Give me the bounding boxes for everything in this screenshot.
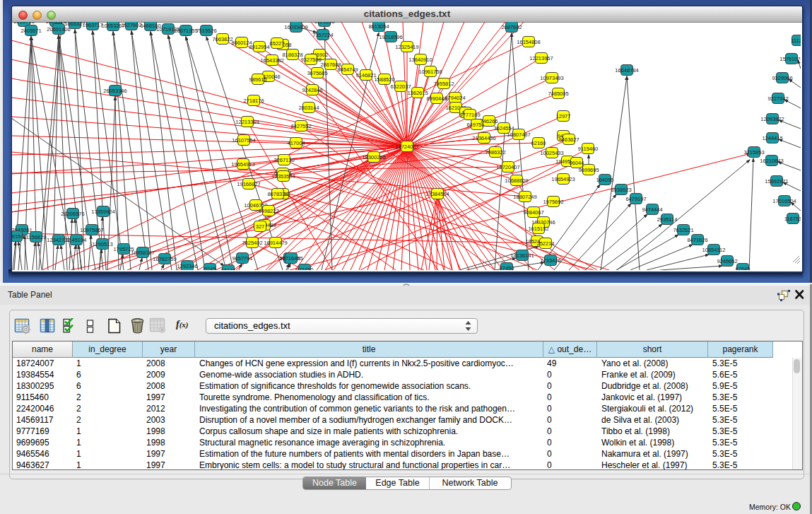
svg-text:2255713: 2255713 [13, 22, 34, 25]
svg-text:16543382: 16543382 [260, 57, 283, 64]
svg-text:96044: 96044 [570, 160, 584, 166]
svg-text:7986322: 7986322 [485, 149, 505, 156]
svg-text:1290513: 1290513 [92, 241, 112, 247]
svg-text:19384554: 19384554 [425, 191, 449, 197]
svg-text:1588520: 1588520 [374, 76, 394, 83]
svg-text:1975692: 1975692 [543, 199, 563, 205]
svg-text:2867608: 2867608 [320, 62, 341, 68]
svg-text:16671355: 16671355 [174, 28, 197, 34]
svg-text:12213967: 12213967 [529, 55, 553, 62]
svg-text:2405571: 2405571 [20, 28, 41, 34]
svg-text:9146821: 9146821 [355, 72, 376, 78]
svg-text:18724007: 18724007 [395, 144, 418, 150]
svg-text:1156829: 1156829 [26, 234, 47, 240]
svg-text:1244415: 1244415 [762, 135, 782, 141]
svg-text:12977: 12977 [556, 113, 571, 119]
svg-text:12325419: 12325419 [395, 44, 418, 50]
svg-text:12093872: 12093872 [760, 116, 784, 122]
svg-text:18300295: 18300295 [362, 154, 385, 160]
svg-text:8938923: 8938923 [611, 187, 631, 193]
svg-text:17359924: 17359924 [91, 209, 114, 215]
svg-text:16782759: 16782759 [153, 256, 176, 262]
svg-text:3675685: 3675685 [307, 70, 327, 76]
svg-text:9115460: 9115460 [578, 146, 599, 152]
svg-text:10961758: 10961758 [418, 69, 442, 75]
svg-text:10654112: 10654112 [702, 247, 726, 253]
svg-text:15716485: 15716485 [279, 255, 302, 262]
svg-text:6322037: 6322037 [390, 83, 411, 90]
svg-text:9474444: 9474444 [642, 206, 662, 213]
svg-text:3267130: 3267130 [273, 157, 294, 163]
svg-text:19654923: 19654923 [551, 176, 575, 182]
svg-text:17016504: 17016504 [772, 198, 796, 204]
svg-text:16154808: 16154808 [517, 39, 540, 45]
svg-text:1733426: 1733426 [540, 257, 560, 264]
svg-text:10807487: 10807487 [507, 132, 530, 138]
svg-text:9777169: 9777169 [459, 112, 480, 118]
svg-text:13640910: 13640910 [408, 57, 432, 63]
svg-text:16210643: 16210643 [760, 158, 783, 164]
svg-text:9794024: 9794024 [445, 95, 465, 101]
svg-text:65227: 65227 [270, 40, 285, 47]
svg-text:2687682: 2687682 [501, 24, 522, 30]
svg-text:8912954: 8912954 [249, 44, 269, 50]
svg-text:989615: 989615 [249, 76, 266, 83]
svg-text:1292346: 1292346 [177, 263, 197, 269]
svg-text:19218596: 19218596 [379, 34, 402, 40]
svg-text:9245652: 9245652 [717, 258, 737, 264]
svg-text:9699695: 9699695 [578, 167, 599, 173]
svg-text:8990448: 8990448 [426, 95, 447, 102]
svg-text:164095: 164095 [596, 177, 613, 183]
svg-text:252214: 252214 [536, 240, 554, 247]
svg-text:15692971: 15692971 [765, 178, 788, 185]
svg-text:7955812: 7955812 [433, 81, 454, 87]
svg-text:116753: 116753 [784, 216, 801, 222]
svg-text:2803144: 2803144 [298, 105, 319, 111]
svg-text:1921856: 1921856 [314, 22, 334, 25]
svg-text:16648784: 16648784 [615, 67, 638, 74]
svg-text:2935114: 2935114 [657, 216, 678, 223]
svg-text:1145194: 1145194 [66, 237, 87, 243]
svg-text:7625402: 7625402 [242, 240, 262, 246]
svg-text:7485005: 7485005 [548, 90, 568, 97]
svg-text:1615152: 1615152 [528, 226, 548, 232]
svg-text:97450: 97450 [500, 265, 514, 271]
svg-text:8498222: 8498222 [258, 208, 278, 214]
svg-text:1963717: 1963717 [82, 22, 102, 28]
svg-text:20691406: 20691406 [47, 26, 70, 33]
svg-text:2718176: 2718176 [243, 98, 264, 104]
svg-text:9329966: 9329966 [772, 75, 792, 81]
svg-text:7632621: 7632621 [673, 227, 693, 233]
svg-text:3624554: 3624554 [493, 125, 514, 132]
svg-text:972450: 972450 [295, 267, 313, 271]
svg-text:6479197: 6479197 [625, 196, 646, 202]
svg-text:26053346: 26053346 [103, 88, 126, 94]
svg-text:21364436: 21364436 [472, 135, 495, 141]
svg-text:3215953: 3215953 [743, 149, 764, 156]
svg-text:18807249: 18807249 [513, 194, 536, 200]
svg-text:10975867: 10975867 [80, 227, 103, 233]
svg-text:20206576: 20206576 [61, 211, 84, 217]
svg-text:9463627: 9463627 [558, 136, 579, 143]
svg-text:9657791: 9657791 [232, 255, 252, 262]
svg-text:86045: 86045 [221, 267, 236, 271]
svg-text:9084067: 9084067 [523, 209, 543, 216]
svg-text:16914479: 16914479 [264, 240, 287, 246]
svg-text:62160: 62160 [531, 140, 546, 146]
svg-text:19166827: 19166827 [237, 181, 260, 187]
svg-text:10973493: 10973493 [540, 75, 563, 81]
svg-text:15720407: 15720407 [496, 164, 519, 170]
svg-text:7663822: 7663822 [212, 36, 233, 42]
svg-text:9227342: 9227342 [767, 95, 788, 102]
svg-text:9242848: 9242848 [302, 87, 322, 93]
svg-text:10025433: 10025433 [540, 150, 563, 156]
svg-text:327: 327 [256, 223, 265, 230]
svg-text:1527602: 1527602 [121, 22, 141, 28]
svg-text:8186328: 8186328 [282, 52, 302, 58]
svg-text:8678334: 8678334 [267, 191, 288, 197]
svg-text:39154: 39154 [12, 233, 23, 240]
svg-text:12353594: 12353594 [271, 173, 295, 180]
svg-text:16107554: 16107554 [232, 137, 255, 144]
svg-text:10688609: 10688609 [505, 177, 528, 184]
svg-text:11123: 11123 [791, 37, 801, 44]
